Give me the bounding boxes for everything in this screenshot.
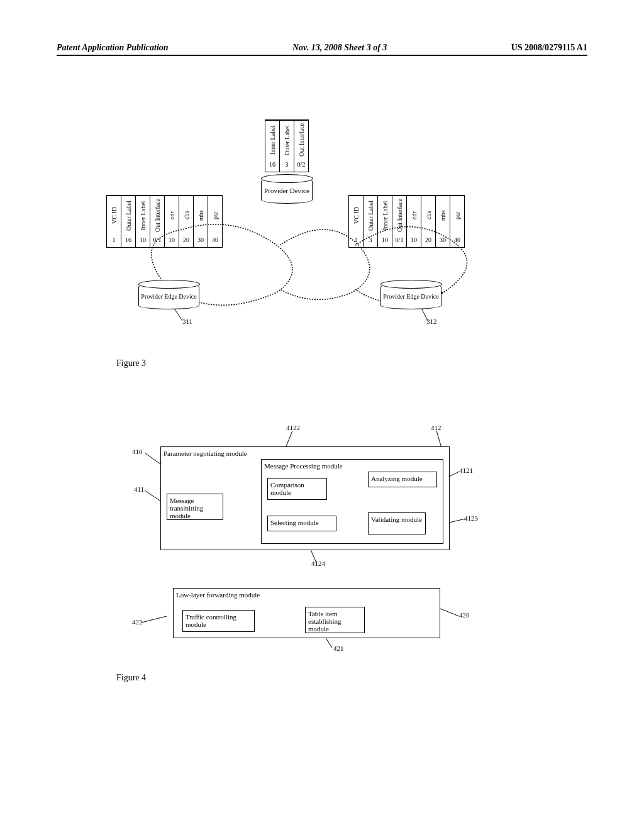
col-val: 10 xyxy=(407,235,421,247)
provider-device-cylinder: Provider Device xyxy=(261,177,313,204)
col-val: 0/1 xyxy=(150,235,164,247)
col-val: 16 xyxy=(121,235,135,247)
ref-4121: 4121 xyxy=(459,467,473,474)
col-hdr: psr xyxy=(208,196,222,235)
col-hdr: Outer Label xyxy=(121,196,135,235)
edge-left-label: Provider Edge Device xyxy=(141,293,196,300)
ref-4122: 4122 xyxy=(286,424,300,431)
ref-411: 411 xyxy=(134,485,144,493)
header-center: Nov. 13, 2008 Sheet 3 of 3 xyxy=(292,43,387,53)
ref-410: 410 xyxy=(132,448,143,455)
validating-label: Validating module xyxy=(371,516,422,523)
col-val: 3 xyxy=(364,235,377,247)
param-negotiating-label: Parameter negotiating module xyxy=(164,450,247,457)
ref-421: 421 xyxy=(333,645,344,652)
col-val: 20 xyxy=(421,235,435,247)
col-val: 30 xyxy=(436,235,450,247)
table-item-label: Table item establishing module xyxy=(308,610,341,633)
col-hdr: cbs xyxy=(179,196,193,235)
header-right: US 2008/0279115 A1 xyxy=(511,43,587,53)
ref-422: 422 xyxy=(132,618,143,626)
ref-412: 412 xyxy=(431,424,441,431)
svg-line-10 xyxy=(440,609,459,616)
col-hdr: VC ID xyxy=(107,196,121,235)
validating-box: Validating module xyxy=(368,512,426,534)
figure-3: Inner Label16 Outer Label3 Out Interface… xyxy=(88,119,541,333)
traffic-controlling-box: Traffic controlling module xyxy=(182,610,255,632)
table-item-box: Table item establishing module xyxy=(305,607,365,633)
ref-4123: 4123 xyxy=(464,514,478,522)
col-hdr: Out Interface xyxy=(150,196,164,235)
col-val: 10 xyxy=(136,235,150,247)
low-layer-label: Low-layer forwarding module xyxy=(176,591,260,599)
col-val: 10 xyxy=(378,235,392,247)
svg-line-2 xyxy=(145,453,160,464)
col-val: 1 xyxy=(349,235,363,247)
col-hdr: Inner Label xyxy=(378,196,392,235)
provider-edge-left-cylinder: Provider Edge Device xyxy=(138,283,199,309)
header-left: Patent Application Publication xyxy=(57,43,169,53)
edge-left-table: VC ID1 Outer Label16 Inner Label10 Out I… xyxy=(107,195,223,248)
edge-right-table: VC ID1 Outer Label3 Inner Label10 Out In… xyxy=(349,195,465,248)
msg-transmitting-label: Message transmitting module xyxy=(170,497,203,519)
col-val: 16 xyxy=(265,159,279,172)
figure-4-label: Figure 4 xyxy=(116,673,146,683)
col-val: 0/1 xyxy=(392,235,406,247)
ref-4124: 4124 xyxy=(311,560,325,567)
selecting-label: Selecting module xyxy=(270,519,319,526)
col-val: 10 xyxy=(165,235,179,247)
col-val: 1 xyxy=(107,235,121,247)
comparison-box: Comparison module xyxy=(267,478,327,500)
col-val: 20 xyxy=(179,235,193,247)
analyzing-box: Analyzing module xyxy=(368,472,437,487)
msg-transmitting-box: Message transmitting module xyxy=(167,494,223,520)
figure-3-label: Figure 3 xyxy=(116,358,146,368)
col-hdr: Out Interface xyxy=(392,196,406,235)
edge-right-label: Provider Edge Device xyxy=(383,293,438,300)
col-val: 3 xyxy=(280,159,294,172)
msg-processing-label: Message Processing module xyxy=(264,462,343,470)
page-header: Patent Application Publication Nov. 13, … xyxy=(57,43,587,56)
col-hdr: Out Interface xyxy=(294,120,308,159)
svg-line-9 xyxy=(142,616,167,622)
col-hdr: VC ID xyxy=(349,196,363,235)
col-hdr: cbs xyxy=(421,196,435,235)
col-hdr: cdr xyxy=(165,196,179,235)
provider-device-label: Provider Device xyxy=(264,187,309,194)
provider-edge-right-cylinder: Provider Edge Device xyxy=(380,283,441,309)
col-hdr: Outer Label xyxy=(280,120,294,159)
figure-4: Parameter negotiating module Message tra… xyxy=(132,428,484,679)
col-val: 40 xyxy=(450,235,464,247)
ref-311: 311 xyxy=(182,318,192,325)
provider-device-table: Inner Label16 Outer Label3 Out Interface… xyxy=(265,119,309,172)
col-val: 0/2 xyxy=(294,159,308,172)
selecting-box: Selecting module xyxy=(267,516,336,531)
col-hdr: Outer Label xyxy=(364,196,377,235)
col-hdr: Inner Label xyxy=(136,196,150,235)
col-hdr: mbs xyxy=(436,196,450,235)
col-val: 30 xyxy=(194,235,208,247)
col-hdr: Inner Label xyxy=(265,120,279,159)
comparison-label: Comparison module xyxy=(270,481,304,496)
col-hdr: cdr xyxy=(407,196,421,235)
analyzing-label: Analyzing module xyxy=(371,475,423,482)
col-val: 40 xyxy=(208,235,222,247)
ref-420: 420 xyxy=(459,611,470,619)
col-hdr: psr xyxy=(450,196,464,235)
traffic-controlling-label: Traffic controlling module xyxy=(186,613,236,628)
col-hdr: mbs xyxy=(194,196,208,235)
ref-312: 312 xyxy=(426,318,437,325)
